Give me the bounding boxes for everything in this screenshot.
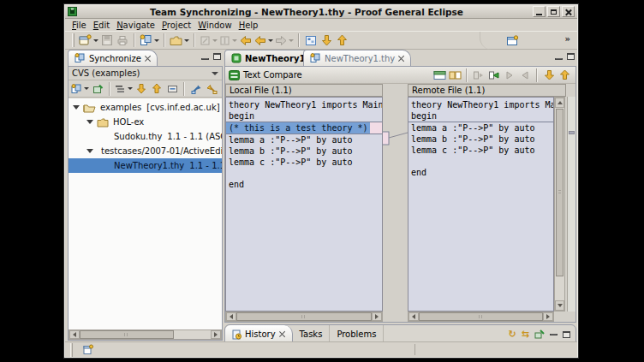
select-next-change-button[interactable] [502, 68, 517, 83]
previous-change-button[interactable] [149, 81, 164, 97]
local-code-before: theory NewTheory1 imports Main begin [229, 99, 382, 122]
scroll-right-icon[interactable] [372, 312, 382, 321]
dropdown-icon [212, 39, 218, 42]
copy-all-right-to-left-button[interactable] [471, 68, 486, 83]
presentation-mode-button[interactable] [114, 81, 134, 97]
close-button[interactable] [562, 6, 575, 17]
remote-vertical-scrollbar[interactable] [554, 97, 565, 312]
tree-row-examples[interactable]: examples [cvs.inf.ed.ac.uk] [69, 100, 222, 115]
editor-area-hint-icon[interactable] [83, 344, 93, 355]
scrollbar-thumb[interactable] [556, 109, 564, 276]
copy-current-right-to-left-button[interactable] [486, 68, 502, 83]
scroll-down-icon[interactable] [555, 300, 564, 311]
back-button[interactable] [238, 33, 253, 48]
scrollbar-thumb[interactable] [80, 330, 174, 339]
synchronize-again-button[interactable] [70, 81, 90, 97]
menu-file[interactable]: File [72, 21, 93, 30]
select-previous-change-button[interactable] [517, 68, 533, 83]
synchronize-horizontal-scrollbar[interactable] [69, 329, 222, 340]
tab-synchronize[interactable]: Synchronize [68, 50, 158, 66]
previous-difference-button[interactable] [557, 68, 572, 83]
team-synchronizing-perspective-button[interactable] [502, 33, 522, 49]
save-button[interactable] [99, 33, 115, 48]
scrollbar-thumb[interactable] [236, 312, 372, 321]
update-incoming-button[interactable] [188, 81, 204, 97]
compare-toolbar [432, 68, 572, 83]
compare-with-button[interactable] [199, 33, 218, 48]
synchronize-scope-bar[interactable]: CVS (examples) [69, 67, 222, 80]
toolbar-separator [109, 82, 110, 96]
local-file-pane[interactable]: theory NewTheory1 imports Main begin (* … [225, 97, 383, 312]
print-button[interactable] [115, 33, 130, 48]
scroll-left-icon[interactable] [408, 312, 419, 321]
switch-view-button[interactable] [432, 68, 447, 83]
minimize-button[interactable] [533, 6, 546, 17]
next-difference-button[interactable] [319, 33, 334, 48]
two-way-compare-button[interactable] [447, 68, 462, 83]
menu-help[interactable]: Help [239, 21, 265, 30]
tree-row-sudoku[interactable]: Sudoku.thy 1.1 - 1.1 (ASCII - [69, 129, 222, 144]
synchronize-button[interactable] [139, 33, 160, 48]
close-tab-icon[interactable] [279, 331, 285, 337]
forward-history-button[interactable] [274, 33, 295, 48]
expander-icon[interactable] [86, 149, 93, 153]
refresh-icon[interactable]: ↻ [509, 329, 516, 339]
menu-window[interactable]: Window [198, 21, 238, 30]
maximize-button[interactable] [547, 6, 560, 17]
diff-connector-line [383, 97, 408, 302]
overview-ruler[interactable] [567, 97, 575, 312]
previous-difference-button[interactable] [334, 33, 349, 48]
compare-title: Text Compare [243, 70, 302, 80]
tree-row-newtheory1-selected[interactable]: NewTheory1.thy 1.1 - 1.1 (A [69, 158, 222, 173]
tree-row-testcases[interactable]: testcases/2007-01/ActiveEditorV [69, 144, 222, 158]
tab-tasks[interactable]: Tasks [293, 325, 331, 343]
pin-view-button[interactable] [90, 81, 105, 97]
expander-icon[interactable] [86, 120, 93, 124]
next-change-button[interactable] [134, 81, 149, 97]
scroll-right-icon[interactable] [543, 312, 553, 321]
close-tab-icon[interactable] [398, 56, 404, 62]
maximize-view-icon[interactable] [213, 53, 221, 60]
toolbar-handle[interactable] [72, 33, 75, 47]
scrollbar-thumb[interactable] [419, 312, 543, 321]
checkout-button[interactable] [169, 33, 190, 48]
tab-problems[interactable]: Problems [330, 325, 384, 343]
back-history-button[interactable] [253, 33, 274, 48]
chevron-down-icon[interactable] [212, 72, 218, 75]
diff-marker[interactable] [569, 131, 575, 134]
menu-navigate[interactable]: Navigate [116, 21, 162, 30]
collapse-all-button[interactable] [164, 81, 180, 97]
minimize-view-icon[interactable] [555, 58, 563, 60]
pin-icon[interactable] [534, 329, 545, 339]
working-set-button[interactable] [303, 33, 319, 48]
minimize-view-icon[interactable] [201, 58, 209, 60]
remote-file-pane[interactable]: theory NewTheory1 imports Main begin lem… [408, 97, 554, 312]
scroll-left-icon[interactable] [226, 312, 236, 321]
maximize-icon [551, 9, 557, 15]
titlebar[interactable]: Team Synchronizing - NewTheory1.thy - Pr… [65, 5, 577, 19]
tree-row-hol-ex[interactable]: HOL-ex [69, 115, 222, 129]
remote-horizontal-scrollbar[interactable] [408, 312, 554, 322]
minimize-view-icon[interactable] [550, 334, 558, 335]
merge-button[interactable] [218, 33, 238, 48]
link-with-editor-icon[interactable]: ⇆ [522, 329, 529, 339]
tree-item-revision: 1.1 - 1.1 (ASCII - [167, 132, 222, 141]
commit-outgoing-button[interactable] [204, 81, 219, 97]
expander-icon[interactable] [73, 105, 80, 110]
diff-connector-strip [383, 97, 408, 312]
menu-edit[interactable]: Edit [93, 21, 116, 30]
local-horizontal-scrollbar[interactable] [225, 312, 383, 322]
scroll-left-icon[interactable] [69, 330, 80, 339]
tab-history[interactable]: History [225, 325, 293, 343]
scroll-right-icon[interactable] [211, 330, 221, 339]
local-diff-row[interactable]: (* this is a test theory *) [226, 122, 382, 134]
next-difference-button[interactable] [541, 68, 557, 83]
menu-project[interactable]: Project [162, 21, 198, 30]
maximize-view-icon[interactable] [567, 53, 575, 60]
scroll-up-icon[interactable] [555, 98, 564, 108]
toolbar-overflow-chevron[interactable]: » [565, 34, 570, 44]
maximize-view-icon[interactable] [563, 331, 570, 338]
new-wizard-button[interactable] [78, 33, 99, 48]
tab-newtheory1-compare[interactable]: NewTheory1.thy [303, 50, 411, 66]
close-tab-icon[interactable] [145, 56, 151, 62]
